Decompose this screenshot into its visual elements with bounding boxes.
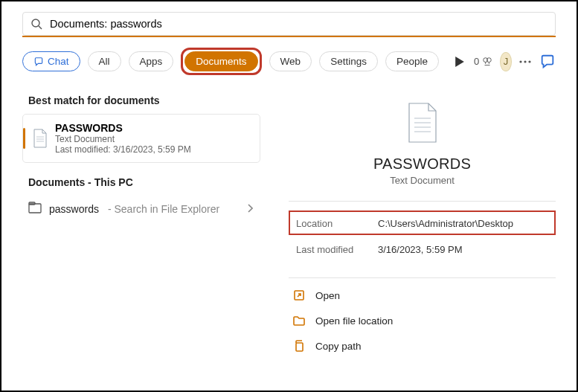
best-match-heading: Best match for documents <box>1 89 274 114</box>
bing-chat-icon <box>33 57 44 67</box>
svg-point-7 <box>529 60 531 62</box>
folder-icon <box>293 315 305 327</box>
action-open-file-location[interactable]: Open file location <box>289 308 556 333</box>
search-bar[interactable] <box>22 12 556 36</box>
highlight-documents-pill: Documents <box>181 48 261 75</box>
points-value: 0 <box>474 56 479 67</box>
preview-title: PASSWORDS <box>289 155 556 173</box>
main-area: Best match for documents PASSWORDS Text … <box>1 83 577 384</box>
pill-settings[interactable]: Settings <box>319 51 378 71</box>
result-name: PASSWORDS <box>55 122 191 134</box>
svg-point-5 <box>520 60 522 62</box>
bing-icon[interactable] <box>539 51 556 73</box>
svg-rect-18 <box>296 343 303 351</box>
svg-line-1 <box>39 26 42 29</box>
document-icon <box>406 102 439 144</box>
pill-label: All <box>99 56 110 67</box>
trophy-icon <box>482 57 492 67</box>
divider <box>289 201 556 202</box>
filter-row: Chat All Apps Documents Web Settings Peo… <box>1 37 577 83</box>
results-column: Best match for documents PASSWORDS Text … <box>1 83 274 384</box>
preview-actions: Open Open file location Copy path <box>289 278 556 359</box>
preview-subtitle: Text Document <box>289 175 556 186</box>
modified-value: 3/16/2023, 5:59 PM <box>378 244 548 255</box>
pill-apps[interactable]: Apps <box>129 51 174 71</box>
action-label: Copy path <box>315 341 362 352</box>
pill-label: Apps <box>140 56 163 67</box>
search-in-explorer[interactable]: passwords - Search in File Explorer <box>1 196 274 222</box>
location-value: C:\Users\Administrator\Desktop <box>378 218 548 229</box>
modified-row: Last modified 3/16/2023, 5:59 PM <box>289 235 556 263</box>
svg-rect-11 <box>29 204 41 213</box>
svg-point-0 <box>32 19 39 27</box>
svg-marker-2 <box>456 57 465 67</box>
pill-label: People <box>396 56 428 67</box>
action-label: Open file location <box>315 315 393 327</box>
action-label: Open <box>315 290 340 301</box>
pill-people[interactable]: People <box>385 51 439 71</box>
search-icon <box>30 18 42 30</box>
highlight-location-row: Location C:\Users\Administrator\Desktop <box>289 211 556 235</box>
rewards-points[interactable]: 0 <box>474 56 492 67</box>
play-icon[interactable] <box>454 51 466 73</box>
pill-label: Documents <box>196 56 246 67</box>
result-type: Text Document <box>55 134 191 144</box>
pill-label: Chat <box>48 56 69 67</box>
preview-pane: PASSWORDS Text Document Location C:\User… <box>274 83 577 384</box>
this-pc-heading: Documents - This PC <box>1 163 274 196</box>
result-modified: Last modified: 3/16/2023, 5:59 PM <box>55 144 191 155</box>
explorer-suffix: - Search in File Explorer <box>108 203 219 215</box>
avatar-initial: J <box>504 56 509 67</box>
pill-documents[interactable]: Documents <box>184 51 257 71</box>
selection-accent <box>23 128 25 149</box>
copy-icon <box>293 340 305 352</box>
more-icon[interactable] <box>519 51 532 73</box>
location-key: Location <box>296 218 378 229</box>
action-copy-path[interactable]: Copy path <box>289 333 556 359</box>
pill-label: Web <box>280 56 301 67</box>
modified-key: Last modified <box>296 244 378 255</box>
chevron-right-icon <box>247 202 253 216</box>
pill-chat[interactable]: Chat <box>22 51 80 71</box>
pill-label: Settings <box>330 56 367 67</box>
best-match-result[interactable]: PASSWORDS Text Document Last modified: 3… <box>22 114 260 163</box>
explorer-query: passwords <box>49 203 99 215</box>
svg-point-6 <box>524 60 527 62</box>
avatar[interactable]: J <box>500 52 512 71</box>
file-explorer-icon <box>28 202 42 216</box>
open-icon <box>293 289 305 301</box>
search-input[interactable] <box>50 18 548 30</box>
pill-all[interactable]: All <box>88 51 121 71</box>
pill-web[interactable]: Web <box>269 51 312 71</box>
action-open[interactable]: Open <box>289 283 556 308</box>
document-icon <box>33 129 48 148</box>
